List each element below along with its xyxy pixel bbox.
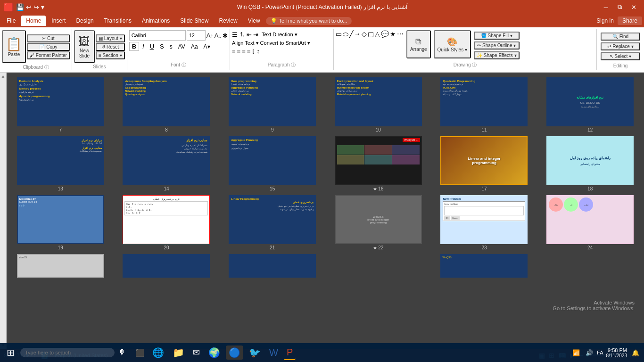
customize-button[interactable]: ▾ [41, 3, 44, 11]
menu-file[interactable]: File [2, 16, 20, 26]
menu-transitions[interactable]: Transitions [99, 16, 136, 26]
slide-item-17[interactable]: Linear and integer programming 17 [433, 136, 536, 191]
slide-item-19[interactable]: Maximize Z= Subject to Ax ≤ b x ≥ 0 19 [9, 195, 112, 250]
slide-thumb-23[interactable]: New Problem local problem OK Cancel [440, 195, 528, 244]
task-view-button[interactable]: ⬛ [133, 346, 147, 359]
decrease-indent-button[interactable]: ⇤ [247, 31, 252, 38]
columns-button[interactable]: ⫿ [252, 48, 255, 55]
slide-item-22[interactable]: WinQSBlinear and integerprogramming ★ 22 [327, 195, 429, 250]
slide-thumb-21[interactable]: Linear Programming برنامه‌ریزی خطی در بر… [229, 195, 316, 244]
diamond-shape[interactable]: ◇ [362, 30, 367, 38]
clear-format-button[interactable]: ✱ [223, 32, 228, 39]
case-button[interactable]: Aa [189, 43, 200, 50]
slide-item-14[interactable]: معایب نرم افزار عدم امکان ذخیره و بازیاب… [116, 136, 218, 191]
menu-slideshow[interactable]: Slide Show [175, 16, 213, 26]
increase-indent-button[interactable]: ⇥ [253, 31, 258, 38]
slide-thumb-19[interactable]: Maximize Z= Subject to Ax ≤ b x ≥ 0 [17, 195, 104, 244]
slide-thumb-18[interactable]: راهنمای پیاده روی روز اول محتوای راهنمای… [546, 136, 634, 185]
clock[interactable]: 9:58 PM 8/11/2023 [606, 347, 627, 358]
slide-thumb-10[interactable]: Facility location and layout مکان‌یابی ت… [335, 77, 422, 126]
slide-thumb-17[interactable]: Linear and integer programming [440, 136, 528, 185]
slide-item-25[interactable]: slide 25 [9, 254, 112, 278]
slide-item-24[interactable]: مثال حل جواب 24 [539, 195, 641, 250]
numbering-button[interactable]: ⒈ [239, 30, 245, 39]
explorer-app[interactable]: 📁 [170, 346, 187, 360]
align-left-button[interactable]: ≡ [232, 48, 236, 55]
slide-item-18[interactable]: راهنمای پیاده روی روز اول محتوای راهنمای… [539, 136, 641, 191]
slide-thumb-16[interactable]: WinQSB ← [335, 136, 422, 185]
new-slide-button[interactable]: 🖼 NewSlide [74, 30, 95, 63]
app2[interactable]: 🐦 [246, 346, 264, 360]
slide-item-12[interactable]: نرم افزارهای مشابه QS, LINDO, DS نرم‌افز… [539, 77, 641, 132]
slide-thumb-13[interactable]: مزایای نرم افزار امکانات و قابلیت‌ها معا… [17, 136, 104, 185]
slide-thumb-7[interactable]: Decision Analysis تحلیل تصمیم‌گیری Marko… [17, 77, 104, 126]
callout-shape[interactable]: 💬 [381, 30, 389, 38]
powerpoint-app[interactable]: P [284, 346, 296, 360]
italic-button[interactable]: I [140, 42, 147, 50]
menu-animations[interactable]: Animations [137, 16, 174, 26]
slide-thumb-22[interactable]: WinQSBlinear and integerprogramming [335, 195, 422, 244]
slides-panel[interactable]: Decision Analysis تحلیل تصمیم‌گیری Marko… [7, 73, 644, 349]
menu-design[interactable]: Design [71, 16, 98, 26]
slide-item-16[interactable]: WinQSB ← ★ 16 [327, 136, 429, 191]
sign-in-button[interactable]: Sign in [596, 17, 614, 24]
slide-thumb-12[interactable]: نرم افزارهای مشابه QS, LINDO, DS نرم‌افز… [546, 77, 634, 126]
notifications-button[interactable]: 🔔 [630, 347, 641, 358]
close-button[interactable]: ✕ [627, 3, 640, 12]
undo-button[interactable]: ↩ [26, 3, 32, 11]
slide-item-11[interactable]: Quadratic Programming برنامه‌ریزی درجه د… [433, 77, 536, 132]
left-scrollbar[interactable]: ▲ ▼ [0, 73, 7, 349]
network-icon[interactable]: 📶 [570, 347, 582, 358]
slide-thumb-8[interactable]: Acceptance Sampling Analysis نمونه‌گیری … [123, 77, 210, 126]
slide-thumb-9[interactable]: Goal programming برنامه هدف (زنجی) Aggre… [229, 77, 316, 126]
line-shape[interactable]: ╱ [349, 30, 353, 38]
slide-thumb-11[interactable]: Quadratic Programming برنامه‌ریزی درجه د… [440, 77, 528, 126]
shape-effects-button[interactable]: ✨ Shape Effects ▾ [474, 51, 520, 59]
slide-item-26[interactable] [116, 254, 218, 278]
find-button[interactable]: 🔍 Find [601, 33, 640, 41]
bullets-button[interactable]: ☰ [232, 31, 238, 38]
slide-thumb-20[interactable]: فرم برنامه‌ریزی خطی Max Z = c₁x₁ + c₂x₂ … [123, 195, 210, 244]
redo-button[interactable]: ↪ [33, 3, 39, 11]
text-direction-button[interactable]: Text Direction ▾ [262, 32, 297, 38]
slide-thumb-14[interactable]: معایب نرم افزار عدم امکان ذخیره و بازیاب… [123, 136, 210, 185]
slide-item-21[interactable]: Linear Programming برنامه‌ریزی خطی در بر… [221, 195, 323, 250]
triangle-shape[interactable]: △ [375, 30, 380, 38]
quick-styles-button[interactable]: 🎨 Quick Styles ▾ [434, 30, 471, 58]
slide-item-13[interactable]: مزایای نرم افزار امکانات و قابلیت‌ها معا… [9, 136, 112, 191]
align-text-button[interactable]: Align Text ▾ [232, 40, 259, 46]
volume-icon[interactable]: 🔊 [584, 347, 595, 358]
menu-insert[interactable]: Insert [47, 16, 70, 26]
strikethrough-button[interactable]: S [157, 42, 166, 50]
font-name-input[interactable] [129, 30, 186, 41]
reset-button[interactable]: ↺ Reset [96, 43, 125, 51]
slide-item-20[interactable]: فرم برنامه‌ریزی خطی Max Z = c₁x₁ + c₂x₂ … [116, 195, 218, 250]
convert-smartart-button[interactable]: Convert to SmartArt ▾ [260, 40, 310, 46]
start-button[interactable]: ⊞ [3, 345, 18, 360]
increase-font-button[interactable]: A↑ [206, 32, 214, 39]
layout-button[interactable]: ▦ Layout ▾ [96, 34, 125, 42]
star-shape[interactable]: ★ [390, 30, 396, 38]
menu-view[interactable]: View [243, 16, 265, 26]
copy-button[interactable]: 📄 Copy [27, 43, 70, 51]
chrome-app[interactable]: 🌍 [206, 346, 223, 360]
slide-thumb-27[interactable] [229, 254, 316, 278]
menu-home[interactable]: Home [21, 16, 46, 26]
tell-me-box[interactable]: 💡 Tell me what you want to do... [266, 17, 352, 25]
edge-app[interactable]: 🌐 [149, 346, 167, 360]
rectangle-shape[interactable]: ▭ [336, 30, 342, 38]
slide-item-8[interactable]: Acceptance Sampling Analysis نمونه‌گیری … [116, 77, 218, 132]
slide-thumb-26[interactable] [123, 254, 210, 278]
slide-item-15[interactable]: Aggregate Planning برنامه‌ریزی تجمعی جدو… [221, 136, 323, 191]
slide-thumb-28[interactable]: WinQSB [440, 254, 528, 278]
paste-button[interactable]: 📋 Paste [2, 30, 26, 63]
align-right-button[interactable]: ≡ [242, 48, 246, 55]
oval-shape[interactable]: ⬭ [343, 30, 348, 38]
save-button[interactable]: 💾 [16, 3, 24, 11]
word-app[interactable]: W [266, 346, 281, 360]
slide-item-10[interactable]: Facility location and layout مکان‌یابی ت… [327, 77, 429, 132]
share-button[interactable]: Share [618, 16, 642, 25]
section-button[interactable]: ≡ Section ▾ [96, 51, 125, 59]
font-size-input[interactable] [187, 30, 206, 41]
slide-item-9[interactable]: Goal programming برنامه هدف (زنجی) Aggre… [221, 77, 323, 132]
